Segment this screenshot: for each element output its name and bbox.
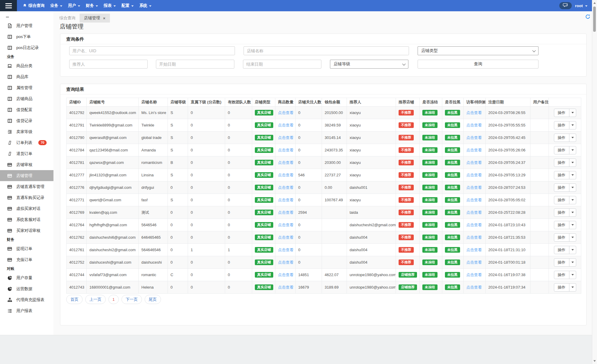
visitors-view-link[interactable]: 点击查看	[466, 123, 482, 127]
sidebar-item-商品分类[interactable]: 商品分类	[0, 60, 53, 71]
sidebar-item-系统客服对话[interactable]: 系统客服对话	[0, 214, 53, 225]
chevron-down-icon[interactable]	[569, 146, 576, 154]
goods-view-link[interactable]: 点击查看	[278, 223, 293, 227]
goods-view-link[interactable]: 点击查看	[278, 198, 293, 202]
scroll-down-icon[interactable]	[593, 360, 596, 362]
action-button[interactable]: 操作	[554, 183, 576, 192]
page-last-button[interactable]: 尾页	[145, 295, 161, 304]
visitors-view-link[interactable]: 点击查看	[466, 148, 482, 152]
chevron-down-icon[interactable]	[569, 171, 576, 179]
visitors-view-link[interactable]: 点击查看	[466, 185, 482, 190]
visitors-view-link[interactable]: 点击查看	[466, 273, 482, 277]
shop-level-select[interactable]: 店铺等级	[330, 60, 408, 69]
sidebar-item-借贷记录[interactable]: 借贷记录	[0, 115, 53, 126]
sidebar-item-用户存量[interactable]: 用户存量	[0, 272, 53, 283]
goods-view-link[interactable]: 点击查看	[278, 123, 293, 127]
goods-view-link[interactable]: 点击查看	[278, 273, 293, 277]
action-button[interactable]: 操作	[554, 283, 576, 292]
sidebar-item-pos日志记录[interactable]: pos日志记录	[0, 42, 53, 53]
chevron-down-icon[interactable]	[569, 196, 576, 204]
goods-view-link[interactable]: 点击查看	[278, 210, 293, 215]
action-button[interactable]: 操作	[554, 221, 576, 229]
close-icon[interactable]: ×	[103, 16, 105, 20]
visitors-view-link[interactable]: 点击查看	[466, 198, 482, 202]
chevron-down-icon[interactable]	[569, 259, 576, 266]
nav-item-1[interactable]: 综合查询	[23, 3, 45, 8]
visitors-view-link[interactable]: 点击查看	[466, 110, 482, 115]
goods-view-link[interactable]: 点击查看	[278, 285, 293, 289]
sidebar-item-店铺商品[interactable]: 店铺商品	[0, 93, 53, 104]
goods-view-link[interactable]: 点击查看	[278, 160, 293, 165]
nav-item-3[interactable]: 用户	[68, 3, 80, 8]
nav-item-6[interactable]: 配置	[121, 3, 134, 8]
chevron-down-icon[interactable]	[569, 109, 576, 117]
sidebar-item-运营数据[interactable]: 运营数据	[0, 283, 53, 294]
action-button[interactable]: 操作	[554, 146, 576, 154]
visitors-view-link[interactable]: 点击查看	[466, 160, 482, 165]
referrer-input[interactable]	[69, 60, 148, 69]
sidebar-item-pos下单[interactable]: pos下单	[0, 31, 53, 42]
scrollbar-thumb[interactable]	[593, 7, 596, 32]
tab-overview[interactable]: 综合查询	[59, 14, 75, 23]
action-button[interactable]: 操作	[554, 233, 576, 242]
sidebar-item-卖家等级[interactable]: 卖家等级	[0, 126, 53, 137]
action-button[interactable]: 操作	[554, 134, 576, 142]
sidebar-item-商品库[interactable]: 商品库	[0, 71, 53, 82]
action-button[interactable]: 操作	[554, 159, 576, 167]
sidebar-item-订单列表[interactable]: 订单列表70	[0, 137, 53, 148]
chevron-down-icon[interactable]	[569, 284, 576, 291]
chevron-down-icon[interactable]	[569, 271, 576, 279]
page-prev-button[interactable]: 上一页	[85, 295, 106, 304]
visitors-view-link[interactable]: 点击查看	[466, 210, 482, 215]
sidebar-item-用户管理[interactable]: 用户管理	[0, 20, 53, 31]
goods-view-link[interactable]: 点击查看	[278, 148, 293, 152]
username-uid-input[interactable]	[69, 46, 235, 55]
chevron-down-icon[interactable]	[569, 221, 576, 229]
visitors-view-link[interactable]: 点击查看	[466, 135, 482, 140]
sidebar-item-虚拟买家对话[interactable]: 虚拟买家对话	[0, 203, 53, 214]
chevron-down-icon[interactable]	[569, 159, 576, 167]
goods-view-link[interactable]: 点击查看	[278, 185, 293, 190]
chevron-down-icon[interactable]	[569, 209, 576, 216]
nav-item-7[interactable]: 系统	[139, 3, 151, 8]
chevron-down-icon[interactable]	[569, 184, 576, 192]
action-button[interactable]: 操作	[554, 121, 576, 129]
chevron-down-icon[interactable]	[569, 134, 576, 142]
visitors-view-link[interactable]: 点击查看	[466, 285, 482, 289]
sidebar-item-店铺管理[interactable]: 店铺管理	[0, 170, 53, 181]
action-button[interactable]: 操作	[554, 258, 576, 267]
sidebar-item-退货订单[interactable]: 退货订单	[0, 148, 53, 159]
action-button[interactable]: 操作	[554, 196, 576, 204]
sidebar-item-属性管理[interactable]: 属性管理	[0, 82, 53, 93]
sidebar-item-提现订单[interactable]: 提现订单	[0, 243, 53, 254]
action-button[interactable]: 操作	[554, 109, 576, 117]
sidebar-item-借贷配置[interactable]: 借贷配置	[0, 104, 53, 115]
nav-item-2[interactable]: 业务	[50, 3, 62, 8]
chat-button[interactable]	[559, 2, 572, 9]
sidebar-item-店铺审核[interactable]: 店铺审核	[0, 159, 53, 170]
goods-view-link[interactable]: 点击查看	[278, 235, 293, 240]
action-button[interactable]: 操作	[554, 208, 576, 217]
vertical-scrollbar[interactable]	[592, 0, 597, 364]
sidebar-item-用户报表[interactable]: 用户报表	[0, 305, 53, 316]
sidebar-item-充值订单[interactable]: 充值订单	[0, 254, 53, 265]
visitors-view-link[interactable]: 点击查看	[466, 173, 482, 177]
sidebar-item-代理商充提报表[interactable]: 代理商充提报表	[0, 294, 53, 305]
shop-type-select[interactable]: 店铺类型	[418, 46, 538, 55]
visitors-view-link[interactable]: 点击查看	[466, 248, 482, 252]
page-current-button[interactable]: 1	[108, 295, 119, 304]
sidebar-item-直通车购买记录[interactable]: 直通车购买记录	[0, 192, 53, 203]
nav-item-4[interactable]: 财务	[86, 3, 98, 8]
visitors-view-link[interactable]: 点击查看	[466, 235, 482, 240]
sidebar-item-买家对话审核[interactable]: 买家对话审核	[0, 225, 53, 236]
end-date-input[interactable]	[243, 60, 321, 69]
action-button[interactable]: 操作	[554, 246, 576, 254]
page-next-button[interactable]: 下一页	[121, 295, 142, 304]
action-button[interactable]: 操作	[554, 171, 576, 179]
goods-view-link[interactable]: 点击查看	[278, 135, 293, 140]
chevron-down-icon[interactable]	[569, 234, 576, 241]
refresh-icon[interactable]	[585, 14, 590, 19]
sidebar-item-店铺直通车管理[interactable]: 店铺直通车管理	[0, 181, 53, 192]
goods-view-link[interactable]: 点击查看	[278, 173, 293, 177]
chevron-down-icon[interactable]	[569, 246, 576, 254]
